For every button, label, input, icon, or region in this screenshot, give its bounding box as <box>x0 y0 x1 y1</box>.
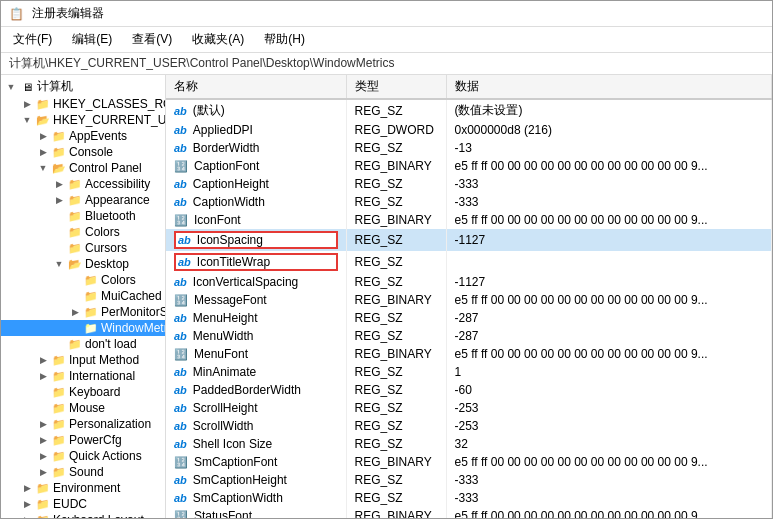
menu-file[interactable]: 文件(F) <box>5 29 60 50</box>
tree-item-appevents[interactable]: ▶ 📁 AppEvents <box>1 128 165 144</box>
tree-item-console[interactable]: ▶ 📁 Console <box>1 144 165 160</box>
reg-value-type: REG_SZ <box>346 417 446 435</box>
tree-item-international[interactable]: ▶ 📁 International <box>1 368 165 384</box>
tree-label: Quick Actions <box>69 449 142 463</box>
tree-item-deskcolors[interactable]: 📁 Colors <box>1 272 165 288</box>
table-row[interactable]: abScrollWidthREG_SZ-253 <box>166 417 772 435</box>
expand-icon <box>51 211 67 221</box>
table-row[interactable]: 🔢MenuFontREG_BINARYe5 ff ff 00 00 00 00 … <box>166 345 772 363</box>
tree-label: Bluetooth <box>85 209 136 223</box>
reg-value-data: e5 ff ff 00 00 00 00 00 00 00 00 00 00 0… <box>446 291 772 309</box>
reg-name-cell: 🔢StatusFont <box>174 509 338 518</box>
menu-view[interactable]: 查看(V) <box>124 29 180 50</box>
reg-value-icon: 🔢 <box>174 160 188 173</box>
tree-item-powercfg[interactable]: ▶ 📁 PowerCfg <box>1 432 165 448</box>
expand-icon: ▶ <box>51 195 67 205</box>
table-row[interactable]: abCaptionWidthREG_SZ-333 <box>166 193 772 211</box>
table-row[interactable]: abIconSpacingREG_SZ-1127 <box>166 229 772 251</box>
table-row[interactable]: 🔢MessageFontREG_BINARYe5 ff ff 00 00 00 … <box>166 291 772 309</box>
tree-item-accessibility[interactable]: ▶ 📁 Accessibility <box>1 176 165 192</box>
tree-panel[interactable]: ▼ 🖥 计算机 ▶ 📁 HKEY_CLASSES_ROOT ▼ 📂 HKEY_C… <box>1 75 166 518</box>
tree-label: don't load <box>85 337 137 351</box>
reg-value-name: MenuWidth <box>193 329 254 343</box>
table-row[interactable]: abPaddedBorderWidthREG_SZ-60 <box>166 381 772 399</box>
tree-item-desktop[interactable]: ▼ 📂 Desktop <box>1 256 165 272</box>
table-row[interactable]: abBorderWidthREG_SZ-13 <box>166 139 772 157</box>
expand-icon <box>51 339 67 349</box>
folder-icon: 📁 <box>51 402 67 415</box>
tree-item-inputmethod[interactable]: ▶ 📁 Input Method <box>1 352 165 368</box>
reg-value-data: -253 <box>446 417 772 435</box>
reg-value-icon: 🔢 <box>174 348 188 361</box>
tree-item-eudc[interactable]: ▶ 📁 EUDC <box>1 496 165 512</box>
expand-icon: ▶ <box>35 419 51 429</box>
table-row[interactable]: abSmCaptionWidthREG_SZ-333 <box>166 489 772 507</box>
tree-item-permonitor[interactable]: ▶ 📁 PerMonitorSettin <box>1 304 165 320</box>
tree-item-hkcu[interactable]: ▼ 📂 HKEY_CURRENT_USER <box>1 112 165 128</box>
tree-item-hkcr[interactable]: ▶ 📁 HKEY_CLASSES_ROOT <box>1 96 165 112</box>
menu-edit[interactable]: 编辑(E) <box>64 29 120 50</box>
tree-item-keyboard[interactable]: 📁 Keyboard <box>1 384 165 400</box>
reg-name-cell: abCaptionWidth <box>174 195 338 209</box>
folder-icon: 📁 <box>51 466 67 479</box>
tree-item-cursors[interactable]: 📁 Cursors <box>1 240 165 256</box>
menu-bar: 文件(F) 编辑(E) 查看(V) 收藏夹(A) 帮助(H) <box>1 27 772 53</box>
table-row[interactable]: abSmCaptionHeightREG_SZ-333 <box>166 471 772 489</box>
expand-icon <box>67 291 83 301</box>
table-row[interactable]: abMinAnimateREG_SZ1 <box>166 363 772 381</box>
table-row[interactable]: 🔢CaptionFontREG_BINARYe5 ff ff 00 00 00 … <box>166 157 772 175</box>
reg-value-data: e5 ff ff 00 00 00 00 00 00 00 00 00 00 0… <box>446 345 772 363</box>
tree-item-colors[interactable]: 📁 Colors <box>1 224 165 240</box>
tree-item-keyboardlayout[interactable]: ▶ 📁 Keyboard Layout <box>1 512 165 518</box>
tree-item-environment[interactable]: ▶ 📁 Environment <box>1 480 165 496</box>
table-row[interactable]: abMenuHeightREG_SZ-287 <box>166 309 772 327</box>
tree-item-muicached[interactable]: 📁 MuiCached <box>1 288 165 304</box>
reg-name-cell: abMinAnimate <box>174 365 338 379</box>
col-type[interactable]: 类型 <box>346 75 446 99</box>
tree-label: HKEY_CURRENT_USER <box>53 113 166 127</box>
reg-value-name: ScrollHeight <box>193 401 258 415</box>
tree-item-dontload[interactable]: 📁 don't load <box>1 336 165 352</box>
reg-name-cell: abSmCaptionWidth <box>174 491 338 505</box>
reg-value-type: REG_SZ <box>346 193 446 211</box>
table-row[interactable]: abAppliedDPIREG_DWORD0x000000d8 (216) <box>166 121 772 139</box>
tree-item-personalization[interactable]: ▶ 📁 Personalization <box>1 416 165 432</box>
col-name[interactable]: 名称 <box>166 75 346 99</box>
table-row[interactable]: abIconTitleWrapREG_SZ <box>166 251 772 273</box>
table-row[interactable]: abScrollHeightREG_SZ-253 <box>166 399 772 417</box>
reg-value-name: MinAnimate <box>193 365 256 379</box>
reg-value-icon: ab <box>174 142 187 154</box>
table-row[interactable]: abShell Icon SizeREG_SZ32 <box>166 435 772 453</box>
reg-name-cell: abScrollHeight <box>174 401 338 415</box>
tree-item-bluetooth[interactable]: 📁 Bluetooth <box>1 208 165 224</box>
table-row[interactable]: abMenuWidthREG_SZ-287 <box>166 327 772 345</box>
folder-icon: 📁 <box>51 450 67 463</box>
table-row[interactable]: ab(默认)REG_SZ(数值未设置) <box>166 99 772 121</box>
table-row[interactable]: abCaptionHeightREG_SZ-333 <box>166 175 772 193</box>
menu-help[interactable]: 帮助(H) <box>256 29 313 50</box>
reg-name-cell: abShell Icon Size <box>174 437 338 451</box>
tree-label: Environment <box>53 481 120 495</box>
reg-value-name: IconSpacing <box>197 233 263 247</box>
folder-icon: 📁 <box>83 322 99 335</box>
tree-item-appearance[interactable]: ▶ 📁 Appearance <box>1 192 165 208</box>
tree-item-mouse[interactable]: 📁 Mouse <box>1 400 165 416</box>
tree-label: Console <box>69 145 113 159</box>
tree-item-windowmetrics[interactable]: 📁 WindowMetrics <box>1 320 165 336</box>
reg-value-data: -1127 <box>446 229 772 251</box>
tree-item-sound[interactable]: ▶ 📁 Sound <box>1 464 165 480</box>
col-data[interactable]: 数据 <box>446 75 772 99</box>
title-bar: 📋 注册表编辑器 <box>1 1 772 27</box>
table-row[interactable]: 🔢IconFontREG_BINARYe5 ff ff 00 00 00 00 … <box>166 211 772 229</box>
tree-item-computer[interactable]: ▼ 🖥 计算机 <box>1 77 165 96</box>
folder-icon: 📁 <box>67 194 83 207</box>
tree-label: Mouse <box>69 401 105 415</box>
registry-table[interactable]: 名称 类型 数据 ab(默认)REG_SZ(数值未设置)abAppliedDPI… <box>166 75 772 518</box>
tree-item-controlpanel[interactable]: ▼ 📂 Control Panel <box>1 160 165 176</box>
menu-favorites[interactable]: 收藏夹(A) <box>184 29 252 50</box>
table-row[interactable]: 🔢SmCaptionFontREG_BINARYe5 ff ff 00 00 0… <box>166 453 772 471</box>
table-row[interactable]: abIconVerticalSpacingREG_SZ-1127 <box>166 273 772 291</box>
tree-item-quickactions[interactable]: ▶ 📁 Quick Actions <box>1 448 165 464</box>
table-row[interactable]: 🔢StatusFontREG_BINARYe5 ff ff 00 00 00 0… <box>166 507 772 518</box>
reg-name-cell: abMenuHeight <box>174 311 338 325</box>
